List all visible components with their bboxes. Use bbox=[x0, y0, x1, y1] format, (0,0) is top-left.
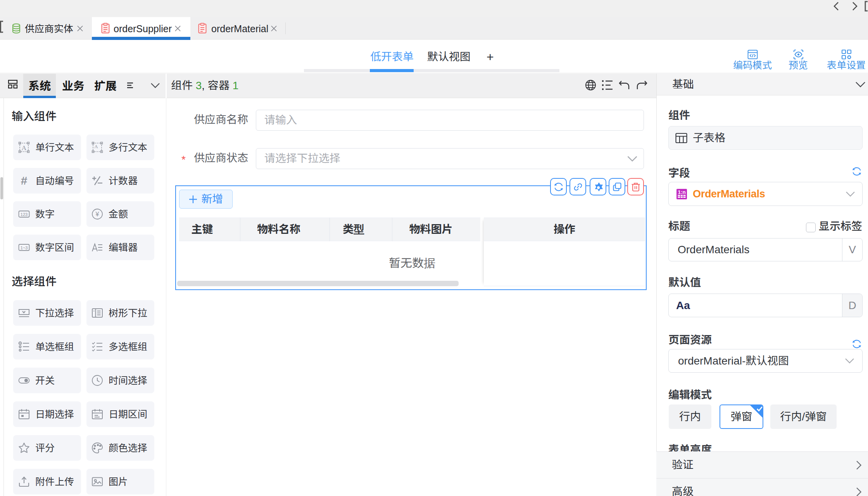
svg-text:123: 123 bbox=[21, 212, 28, 217]
svg-text:A: A bbox=[22, 144, 27, 152]
svg-text:A: A bbox=[94, 143, 98, 149]
svg-text:1~3: 1~3 bbox=[21, 245, 28, 250]
svg-text:#: # bbox=[21, 175, 28, 187]
svg-text:1:n: 1:n bbox=[678, 189, 685, 195]
svg-text:¥: ¥ bbox=[95, 211, 99, 218]
